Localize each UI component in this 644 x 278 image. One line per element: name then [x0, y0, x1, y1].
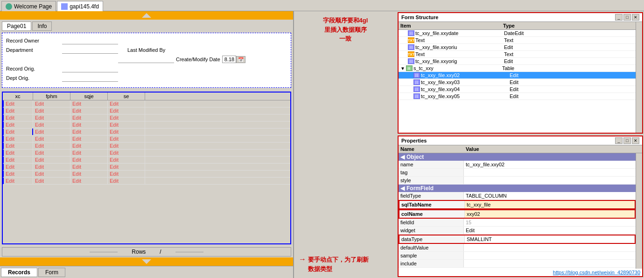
maximize-button[interactable]: □ — [623, 14, 631, 21]
cell-xc[interactable]: Edit — [3, 178, 33, 184]
minimize-button[interactable]: _ — [615, 14, 623, 21]
cell-fphm[interactable]: Edit — [33, 114, 70, 121]
cell-sqje[interactable]: Edit — [70, 114, 108, 121]
cell-se[interactable]: Edit — [108, 171, 145, 177]
rows-input-left[interactable] — [90, 252, 118, 252]
props-scrollbar[interactable] — [636, 153, 642, 269]
cell-fphm[interactable]: Edit — [33, 171, 70, 177]
cell-se[interactable]: Edit — [108, 114, 145, 121]
prop-value-widget[interactable]: Edit — [464, 227, 636, 234]
cell-sqje[interactable]: Edit — [70, 121, 108, 128]
cell-xc[interactable]: Edit — [3, 157, 33, 163]
prop-value-colname[interactable]: xxy02 — [465, 210, 635, 218]
record-orig-field[interactable] — [62, 65, 118, 72]
rows-input-right[interactable] — [175, 252, 203, 252]
close-button[interactable]: ✕ — [632, 14, 639, 21]
cell-se[interactable]: Edit — [108, 121, 145, 128]
bottom-tab-records[interactable]: Records — [1, 268, 37, 277]
cell-xc[interactable]: Edit — [3, 107, 33, 114]
cell-se[interactable]: Edit — [108, 143, 145, 149]
prop-value-style[interactable] — [464, 177, 636, 184]
tree-row-s-tc-xxy[interactable]: ▼ ⊞ s_tc_xxy Table — [399, 65, 636, 72]
tab-welcome[interactable]: Welcome Page — [1, 1, 56, 11]
cell-sqje[interactable]: Edit — [70, 157, 108, 163]
cell-sqje[interactable]: Edit — [70, 164, 108, 170]
cell-sqje[interactable]: Edit — [70, 171, 108, 177]
cell-se[interactable]: Edit — [108, 107, 145, 114]
tree-row-text2[interactable]: TXT Text Text — [399, 51, 636, 58]
prop-value-name[interactable]: tc_xxy_file.xxy02 — [464, 161, 636, 168]
prop-value-defaultvalue[interactable] — [464, 244, 636, 251]
prop-value-include[interactable] — [464, 260, 636, 267]
cell-sqje[interactable]: Edit — [70, 143, 108, 149]
cell-fphm[interactable]: Edit — [33, 107, 70, 114]
expand-icon[interactable]: ▼ — [400, 66, 405, 71]
tab-page01[interactable]: Page01 — [2, 21, 31, 31]
scroll-up-arrow[interactable] — [142, 13, 151, 18]
record-owner-field[interactable] — [62, 37, 118, 44]
cell-sqje[interactable]: Edit — [70, 178, 108, 184]
cell-sqje[interactable]: Edit — [70, 135, 108, 142]
cell-fphm[interactable]: Edit — [33, 178, 70, 184]
cell-fphm[interactable]: Edit — [33, 143, 70, 149]
cell-fphm[interactable]: Edit — [33, 150, 70, 156]
tree-row-xxyoriu[interactable]: 回 tc_xxy_file.xxyoriu Edit — [399, 44, 636, 51]
cell-se[interactable]: Edit — [108, 178, 145, 184]
props-minimize-button[interactable]: _ — [615, 137, 623, 144]
bottom-tab-form[interactable]: Form — [38, 268, 65, 277]
cell-se[interactable]: Edit — [108, 157, 145, 163]
tree-row-xxy02[interactable]: 回 tc_xxy_file.xxy02 Edit — [399, 72, 636, 79]
tree-row-xxydate[interactable]: 回 tc_xxy_file.xxydate DateEdit — [399, 30, 636, 37]
cell-xc[interactable]: Edit — [3, 171, 33, 177]
cell-xc[interactable]: Edit — [3, 121, 33, 128]
cell-se[interactable]: Edit — [108, 164, 145, 170]
date-value[interactable]: 8.18 — [222, 56, 236, 63]
cell-fphm[interactable]: Edit — [33, 121, 70, 128]
tree-row-xxy04[interactable]: 回 tc_xxy_file.xxy04 Edit — [399, 86, 636, 93]
prop-value-fieldid[interactable]: 15 — [464, 219, 636, 226]
prop-value-sqltabname[interactable]: tc_xxy_file — [465, 201, 635, 208]
cell-fphm[interactable]: Edit — [33, 135, 70, 142]
form-row-create-date: Create/Modify Date 8.18 📅 — [6, 56, 287, 63]
cell-fphm[interactable]: Edit — [33, 157, 70, 163]
tree-row-xxy03[interactable]: 回 tc_xxy_file.xxy03 Edit — [399, 79, 636, 86]
props-close-button[interactable]: ✕ — [632, 137, 639, 144]
cell-fphm[interactable]: Edit — [33, 128, 70, 135]
date-picker-button[interactable]: 📅 — [236, 56, 245, 63]
cell-xc[interactable]: Edit — [3, 114, 33, 121]
tab-gapi[interactable]: gapi145.4fd — [57, 1, 103, 11]
cell-sqje[interactable]: Edit — [70, 150, 108, 156]
cell-xc[interactable]: Edit — [3, 164, 33, 170]
prop-value-fieldtype[interactable]: TABLE_COLUMN — [464, 192, 636, 200]
cell-fphm[interactable]: Edit — [33, 100, 70, 107]
prop-row-colname: colName xxy02 — [399, 209, 636, 219]
tree-row-xxy05[interactable]: 回 tc_xxy_file.xxy05 Edit — [399, 93, 636, 100]
prop-name-style: style — [399, 177, 464, 184]
cell-xc[interactable]: Edit — [3, 135, 33, 142]
cell-se[interactable]: Edit — [108, 128, 145, 135]
cell-xc[interactable]: Edit — [3, 150, 33, 156]
props-maximize-button[interactable]: □ — [623, 137, 631, 144]
cell-sqje[interactable]: Edit — [70, 128, 108, 135]
tree-row-xxyorig[interactable]: 回 tc_xxy_file.xxyorig Edit — [399, 58, 636, 65]
prop-value-datatype[interactable]: SMALLINT — [465, 235, 635, 243]
prop-value-tag[interactable] — [464, 169, 636, 176]
cell-sqje[interactable]: Edit — [70, 100, 108, 107]
prop-value-sample[interactable] — [464, 252, 636, 259]
tab-info[interactable]: Info — [32, 21, 52, 31]
cell-se[interactable]: Edit — [108, 100, 145, 107]
cell-xc[interactable]: Edit — [3, 143, 33, 149]
scroll-down-arrow[interactable] — [142, 259, 151, 264]
tree-row-text1[interactable]: TXT Text Text — [399, 37, 636, 44]
cell-sqje[interactable]: Edit — [70, 107, 108, 114]
dept-orig-field[interactable] — [62, 74, 118, 82]
cell-se[interactable]: Edit — [108, 135, 145, 142]
cell-fphm[interactable]: Edit — [33, 164, 70, 170]
tree-scrollbar[interactable] — [636, 22, 642, 133]
cell-xc[interactable]: Edit — [3, 100, 33, 107]
cell-xc[interactable]: Edit — [3, 128, 33, 135]
table-row: Edit Edit Edit Edit — [3, 121, 290, 128]
create-date-field[interactable] — [118, 56, 174, 63]
department-field[interactable] — [62, 46, 118, 54]
cell-se[interactable]: Edit — [108, 150, 145, 156]
